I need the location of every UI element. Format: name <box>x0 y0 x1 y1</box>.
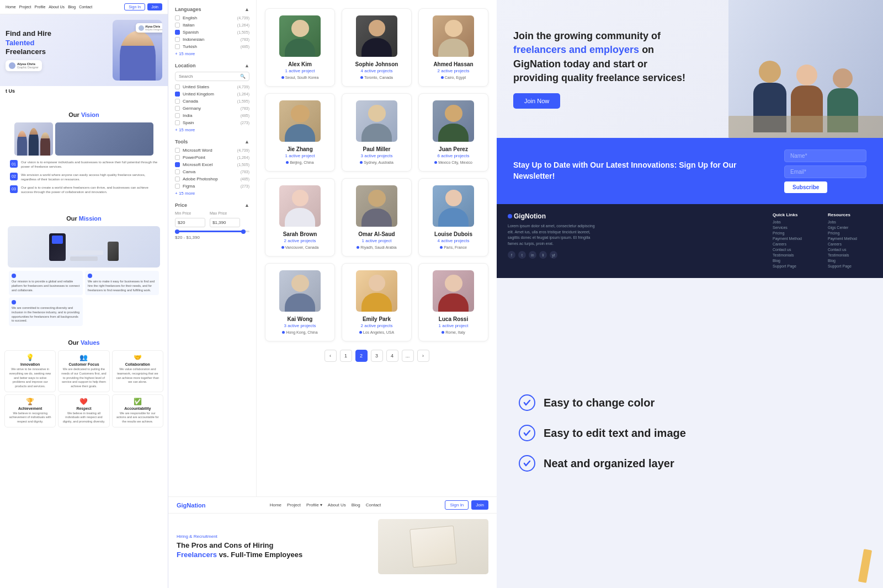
tool-canva-check[interactable] <box>175 169 180 174</box>
resource-link-testimonials[interactable]: Testimonials <box>828 253 872 257</box>
resource-link-pricing[interactable]: Pricing <box>828 231 872 235</box>
float-text: Alysa Chris Graphic Designer <box>145 25 162 31</box>
footer-link-support[interactable]: Support Page <box>773 264 817 268</box>
freelancer-card-jie[interactable]: Jie Zhang 1 active project Beijing, Chin… <box>265 93 335 172</box>
freelancer-card-alex[interactable]: Alex Kim 1 active project Seoul, South K… <box>265 8 335 87</box>
loc-canada-check[interactable] <box>175 99 180 104</box>
youtube-icon[interactable]: yt <box>550 251 557 259</box>
subscribe-btn[interactable]: Subscribe <box>784 181 827 193</box>
location-dot <box>360 161 363 164</box>
value-title-4: Achievement <box>8 407 52 410</box>
slider-thumb-right[interactable] <box>241 229 246 234</box>
next-page-btn[interactable]: › <box>417 350 429 362</box>
footer-link-payment[interactable]: Payment Method <box>773 237 817 240</box>
nav-project: Project <box>19 5 31 9</box>
page-dots-btn[interactable]: ... <box>402 350 414 362</box>
location-search-input[interactable] <box>179 74 240 79</box>
tool-figma-check[interactable] <box>175 184 180 189</box>
bottom-join-btn[interactable]: Join <box>471 500 488 510</box>
languages-toggle[interactable]: ▲ <box>244 7 249 12</box>
freelancer-location-emily: Los Angeles, USA <box>349 330 405 334</box>
freelancer-card-louise[interactable]: Louise Dubois 4 active projects Paris, F… <box>418 178 488 256</box>
linkedin-icon[interactable]: li <box>539 251 547 259</box>
footer-link-blog[interactable]: Blog <box>773 259 817 263</box>
tool-ppt: PowerPoint (1,264) <box>175 155 249 160</box>
footer-link-pricing[interactable]: Pricing <box>773 231 817 235</box>
avatar-content <box>356 100 397 142</box>
location-dot <box>441 76 444 79</box>
join-button[interactable]: Join <box>147 3 162 10</box>
resource-link-blog[interactable]: Blog <box>828 259 872 263</box>
footer-link-services[interactable]: Services <box>773 226 817 229</box>
signin-button[interactable]: Sign In <box>124 3 145 10</box>
freelancer-projects-omar: 1 active project <box>349 238 405 243</box>
freelancer-card-ahmed[interactable]: Ahmed Hassan 2 active projects Cairo, Eg… <box>418 8 488 87</box>
newsletter-name-input[interactable] <box>784 149 866 162</box>
price-slider[interactable] <box>175 231 249 232</box>
resource-link-support[interactable]: Support Page <box>828 264 872 268</box>
freelancer-name-louise: Louise Dubois <box>425 231 481 237</box>
page-4-btn[interactable]: 4 <box>386 350 398 362</box>
bottom-signin-btn[interactable]: Sign In <box>445 500 469 510</box>
freelancer-card-sarah[interactable]: Sarah Brown 2 active projects Vancouver,… <box>265 178 335 256</box>
lang-more[interactable]: + 15 more <box>175 51 249 56</box>
avatar-content <box>356 185 397 227</box>
hero-join-btn[interactable]: Join Now <box>513 93 560 109</box>
nav-blog: Blog <box>68 5 76 9</box>
page-2-btn[interactable]: 2 <box>355 350 368 362</box>
footer-link-contact[interactable]: Contact us <box>773 248 817 252</box>
resource-link-payment[interactable]: Payment Method <box>828 237 872 240</box>
freelancer-card-luca[interactable]: Luca Rossi 1 active project Rome, Italy <box>418 263 488 341</box>
price-toggle[interactable]: ▲ <box>244 202 249 208</box>
resource-link-gigs[interactable]: Gigs Center <box>828 226 872 229</box>
prev-page-btn[interactable]: ‹ <box>325 350 337 362</box>
lang-turkish-check[interactable] <box>175 44 180 49</box>
slider-thumb-left[interactable] <box>175 229 179 234</box>
freelancer-card-paul[interactable]: Paul Miller 3 active projects Sydney, Au… <box>342 93 412 172</box>
loc-germany-check[interactable] <box>175 106 180 111</box>
twitter-icon[interactable]: t <box>518 251 526 259</box>
lang-indonesian-check[interactable] <box>175 37 180 42</box>
face-body <box>361 293 392 312</box>
footer-link-testimonials[interactable]: Testimonials <box>773 253 817 257</box>
loc-us-check[interactable] <box>175 84 180 89</box>
page-3-btn[interactable]: 3 <box>371 350 383 362</box>
facebook-icon[interactable]: f <box>508 251 515 259</box>
tool-word-label: Microsoft Word <box>183 148 235 153</box>
instagram-icon[interactable]: in <box>529 251 536 259</box>
freelancer-card-omar[interactable]: Omar Al-Saud 1 active project Riyadh, Sa… <box>342 178 412 256</box>
loc-india-check[interactable] <box>175 113 180 118</box>
tool-excel-check[interactable] <box>175 162 180 167</box>
freelancer-card-kai[interactable]: Kai Wong 3 active projects Hong Kong, Ch… <box>265 263 335 341</box>
tools-more[interactable]: + 15 more <box>175 191 249 196</box>
resource-link-contact[interactable]: Contact us <box>828 248 872 252</box>
resource-link-careers[interactable]: Careers <box>828 242 872 246</box>
tool-word-check[interactable] <box>175 148 180 153</box>
resource-link-jobs[interactable]: Jobs <box>828 220 872 224</box>
face-body <box>361 209 392 227</box>
freelancer-card-emily[interactable]: Emily Park 2 active projects Los Angeles… <box>342 263 412 341</box>
tools-toggle[interactable]: ▲ <box>244 139 249 145</box>
loc-more[interactable]: + 15 more <box>175 127 249 132</box>
freelancer-card-juan[interactable]: Juan Perez 6 active projects Mexico City… <box>418 93 488 172</box>
newsletter-email-input[interactable] <box>784 165 866 178</box>
tool-ppt-check[interactable] <box>175 155 180 160</box>
lang-spanish-check[interactable] <box>175 30 180 35</box>
page-1-btn[interactable]: 1 <box>340 350 352 362</box>
location-search-box: 🔍 <box>175 72 249 81</box>
max-price-input[interactable] <box>210 218 240 227</box>
mission-card-3: We are committed to connecting diversity… <box>9 297 83 326</box>
loc-spain-check[interactable] <box>175 120 180 125</box>
loc-uk-check[interactable] <box>175 92 180 97</box>
footer-link-careers[interactable]: Careers <box>773 242 817 246</box>
lang-english-check[interactable] <box>175 15 180 20</box>
people-group <box>17 122 50 156</box>
min-price-input[interactable] <box>175 218 205 227</box>
tool-photoshop-check[interactable] <box>175 177 180 181</box>
lang-italian-check[interactable] <box>175 23 180 28</box>
freelancer-card-sophie[interactable]: Sophie Johnson 4 active projects Toronto… <box>342 8 412 87</box>
loc-uk-count: (1,264) <box>237 92 249 96</box>
footer-link-jobs[interactable]: Jobs <box>773 220 817 224</box>
location-toggle[interactable]: ▲ <box>244 63 249 68</box>
footer-brand: GigNotion Lorem ipsum dolor sit amet, co… <box>508 212 762 270</box>
